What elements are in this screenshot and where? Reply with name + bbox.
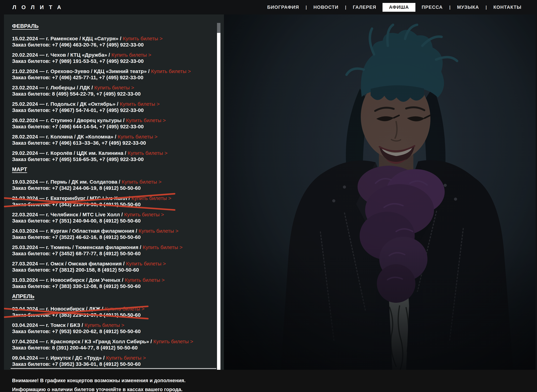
concert-entry-body: 22.03.2024 — г. Челябинск / МТС Live Хол… bbox=[12, 211, 164, 224]
concert-date-city-venue: 22.03.2024 — г. Челябинск / МТС Live Хол… bbox=[12, 212, 120, 217]
nav-separator: | bbox=[345, 5, 346, 10]
concert-entry-body: 26.02.2024 — г. Ступино / Дворец культур… bbox=[12, 117, 166, 130]
concert-date-city-venue: 29.02.2024 — г. Королёв / ЦДК им. Калини… bbox=[12, 150, 123, 156]
concert-date-city-venue: 25.03.2024 — г. Тюмень / Тюменская филар… bbox=[12, 244, 139, 250]
buy-tickets-link[interactable]: Купить билеты > bbox=[112, 52, 151, 58]
concert-date-city-venue: 03.04.2024 — г. Томск / БКЗ bbox=[12, 322, 80, 328]
buy-tickets-link[interactable]: Купить билеты > bbox=[84, 322, 124, 328]
buy-tickets-link[interactable]: Купить билеты > bbox=[131, 195, 171, 201]
nav-item-6[interactable]: МУЗЫКА bbox=[453, 3, 483, 12]
concert-entry-body: 24.03.2024 — г. Курган / Областная филар… bbox=[12, 228, 178, 240]
title-link-separator: / bbox=[117, 179, 122, 185]
month-section: ФЕВРАЛЬ15.02.2024 — г. Раменское / КДЦ «… bbox=[12, 23, 217, 162]
nav-item-7[interactable]: КОНТАКТЫ bbox=[489, 3, 526, 12]
month-section: МАРТ19.03.2024 — г. Пермь / ДК им. Солда… bbox=[12, 166, 217, 289]
nav-item-5[interactable]: ПРЕССА bbox=[417, 3, 447, 12]
ticket-order-phones: Заказ билетов: +7 (342) 244-06-19, 8 (49… bbox=[12, 185, 162, 191]
nav-item-3[interactable]: ГАЛЕРЕЯ bbox=[349, 3, 380, 12]
nav-separator: | bbox=[486, 5, 487, 10]
concert-entry-body: 27.03.2024 — г. Омск / Омская филармония… bbox=[12, 261, 166, 273]
buy-tickets-link[interactable]: Купить билеты > bbox=[126, 261, 166, 266]
concert-entry: 21.02.2024 — г. Орехово-Зуево / КДЦ «Зим… bbox=[12, 68, 217, 81]
buy-tickets-link[interactable]: Купить билеты > bbox=[105, 306, 145, 312]
page: ЛОЛИТА БИОГРАФИЯ|НОВОСТИ|ГАЛЕРЕЯАФИШАПРЕ… bbox=[0, 0, 537, 392]
concert-entry: 31.03.2024 — г. Новосибирск / Дом Ученых… bbox=[12, 277, 217, 289]
concert-title: 21.02.2024 — г. Орехово-Зуево / КДЦ «Зим… bbox=[12, 68, 191, 75]
concert-title: 19.03.2024 — г. Пермь / ДК им. Солдатова… bbox=[12, 179, 162, 185]
nav-separator: | bbox=[306, 5, 307, 10]
title-link-separator: / bbox=[149, 339, 153, 344]
title-link-separator: / bbox=[134, 228, 139, 234]
concert-title: 02.04.2024 — г. Новосибирск / ДКЖ / Купи… bbox=[12, 306, 145, 312]
concert-date-city-venue: 25.02.2024 — г. Подольск / ДК «Октябрь» bbox=[12, 101, 116, 107]
nav-item-2[interactable]: НОВОСТИ bbox=[309, 3, 343, 12]
buy-tickets-link[interactable]: Купить билеты > bbox=[94, 85, 134, 90]
buy-tickets-link[interactable]: Купить билеты > bbox=[126, 117, 166, 123]
concert-date-city-venue: 07.04.2024 — г. Красноярск / КЗ «Гранд Х… bbox=[12, 339, 149, 344]
concert-date-city-venue: 21.02.2024 — г. Орехово-Зуево / КДЦ «Зим… bbox=[12, 68, 147, 74]
concert-date-city-venue: 24.03.2024 — г. Курган / Областная филар… bbox=[12, 228, 134, 234]
title-link-separator: / bbox=[90, 85, 94, 90]
concert-entry-body: 28.02.2024 — г. Коломна / ДК «Коломна» /… bbox=[12, 134, 158, 146]
buy-tickets-link[interactable]: Купить билеты > bbox=[118, 134, 157, 140]
concert-entry: 15.02.2024 — г. Раменское / КДЦ «Сатурн»… bbox=[12, 36, 217, 48]
buy-tickets-link[interactable]: Купить билеты > bbox=[139, 228, 178, 234]
month-title: МАРТ bbox=[12, 166, 27, 173]
concert-title: 25.03.2024 — г. Тюмень / Тюменская филар… bbox=[12, 244, 182, 250]
buy-tickets-link[interactable]: Купить билеты > bbox=[153, 339, 193, 344]
artist-photo bbox=[224, 14, 536, 370]
concert-title: 28.02.2024 — г. Коломна / ДК «Коломна» /… bbox=[12, 134, 158, 140]
buy-tickets-link[interactable]: Купить билеты > bbox=[122, 179, 162, 185]
concert-entry-body: 23.02.2024 — г. Люберцы / ЛДК / Купить б… bbox=[12, 84, 141, 97]
concert-entry-body: 31.03.2024 — г. Новосибирск / Дом Ученых… bbox=[12, 277, 165, 289]
ticket-order-phones: Заказ билетов: +7 (496) 425-77-11, +7 (4… bbox=[12, 75, 191, 81]
concert-date-city-venue: 26.02.2024 — г. Ступино / Дворец культур… bbox=[12, 117, 121, 123]
concert-entry-body: 09.04.2024 — г. Иркутск / ДС «Труд» / Ку… bbox=[12, 355, 146, 367]
ticket-order-phones: Заказ билетов: +7 (495) 516-65-35, +7 (4… bbox=[12, 156, 168, 162]
concert-title: 26.02.2024 — г. Ступино / Дворец культур… bbox=[12, 117, 166, 123]
buy-tickets-link[interactable]: Купить билеты > bbox=[123, 36, 163, 41]
main-menu: БИОГРАФИЯ|НОВОСТИ|ГАЛЕРЕЯАФИШАПРЕССА|МУЗ… bbox=[262, 3, 527, 12]
ticket-order-phones: Заказ билетов: +7 (496) 613–33–36, +7 (4… bbox=[12, 140, 158, 146]
nav-item-1[interactable]: БИОГРАФИЯ bbox=[263, 3, 303, 12]
concert-title: 31.03.2024 — г. Новосибирск / Дом Ученых… bbox=[12, 277, 165, 283]
buy-tickets-link[interactable]: Купить билеты > bbox=[106, 355, 146, 361]
scrollbar-track[interactable] bbox=[217, 23, 220, 385]
concert-entry: 24.03.2024 — г. Курган / Областная филар… bbox=[12, 228, 217, 240]
concert-title: 25.02.2024 — г. Подольск / ДК «Октябрь» … bbox=[12, 101, 160, 107]
buy-tickets-link[interactable]: Купить билеты > bbox=[143, 244, 182, 250]
concert-entry: 02.04.2024 — г. Новосибирск / ДКЖ / Купи… bbox=[12, 306, 217, 318]
concert-date-city-venue: 28.02.2024 — г. Коломна / ДК «Коломна» bbox=[12, 134, 113, 140]
concert-entry-body: 20.02.2024 — г. Чехов / КТЦ «Дружба» / К… bbox=[12, 52, 151, 64]
buy-tickets-link[interactable]: Купить билеты > bbox=[124, 212, 164, 217]
title-link-separator: / bbox=[121, 117, 126, 123]
concert-title: 20.02.2024 — г. Чехов / КТЦ «Дружба» / К… bbox=[12, 52, 151, 58]
title-link-separator: / bbox=[120, 212, 124, 217]
concert-entry: 23.02.2024 — г. Люберцы / ЛДК / Купить б… bbox=[12, 84, 217, 97]
concert-entry-cancelled: 02.04.2024 — г. Новосибирск / ДКЖ / Купи… bbox=[12, 306, 145, 318]
concert-entry: 26.02.2024 — г. Ступино / Дворец культур… bbox=[12, 117, 217, 130]
concert-entry: 27.03.2024 — г. Омск / Омская филармония… bbox=[12, 261, 217, 273]
concert-entry: 09.04.2024 — г. Иркутск / ДС «Труд» / Ку… bbox=[12, 355, 217, 367]
notice-line-2: Информацию о наличии билетов уточняйте в… bbox=[12, 385, 186, 392]
ticket-order-phones: Заказ билетов: +7 (3812) 200-158, 8 (491… bbox=[12, 267, 166, 273]
ticket-order-phones: Заказ билетов: +7 (3522) 46-62-16, 8 (49… bbox=[12, 234, 178, 240]
schedule-notice: Внимание! В графике концертов возможны и… bbox=[12, 376, 186, 392]
nav-item-4[interactable]: АФИША bbox=[383, 3, 416, 12]
title-link-separator: / bbox=[107, 52, 112, 58]
site-logo: ЛОЛИТА bbox=[12, 4, 66, 10]
buy-tickets-link[interactable]: Купить билеты > bbox=[125, 277, 164, 283]
buy-tickets-link[interactable]: Купить билеты > bbox=[151, 68, 191, 74]
ticket-order-phones: Заказ билетов: +7 (3952) 33-36-01, 8 (49… bbox=[12, 361, 146, 367]
buy-tickets-link[interactable]: Купить билеты > bbox=[120, 101, 160, 107]
concert-entry-body: 15.02.2024 — г. Раменское / КДЦ «Сатурн»… bbox=[12, 36, 163, 48]
buy-tickets-link[interactable]: Купить билеты > bbox=[128, 150, 167, 156]
concert-entry-body: 29.02.2024 — г. Королёв / ЦДК им. Калини… bbox=[12, 150, 168, 162]
title-link-separator: / bbox=[113, 134, 118, 140]
scrollbar-thumb[interactable] bbox=[217, 23, 220, 33]
concert-entry: 03.04.2024 — г. Томск / БКЗ / Купить бил… bbox=[12, 322, 217, 335]
concert-title: 21.03.2024 — г. Екатеринбург / МТС Live … bbox=[12, 195, 171, 201]
concert-entry: 22.03.2024 — г. Челябинск / МТС Live Хол… bbox=[12, 211, 217, 224]
concert-date-city-venue: 21.03.2024 — г. Екатеринбург / МТС Live … bbox=[12, 195, 127, 201]
concert-entry: 25.02.2024 — г. Подольск / ДК «Октябрь» … bbox=[12, 101, 217, 113]
